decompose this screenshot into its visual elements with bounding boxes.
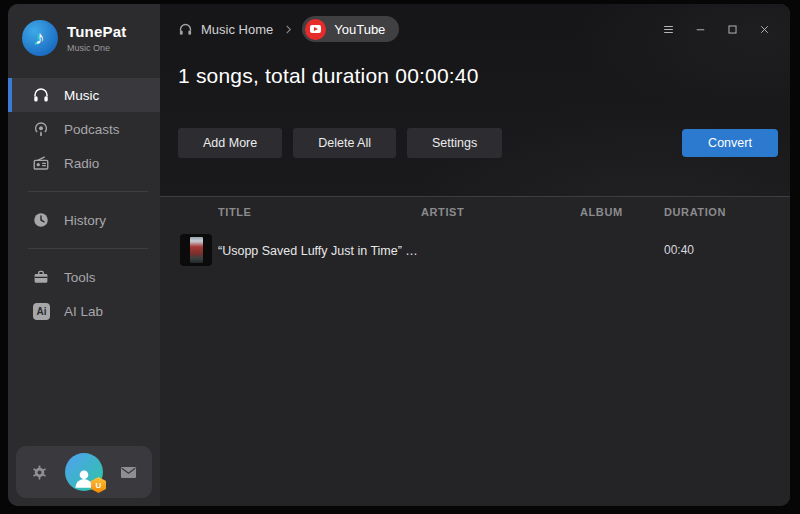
add-more-button[interactable]: Add More <box>178 128 282 158</box>
column-artist: ARTIST <box>421 206 580 218</box>
messages-mail-icon[interactable] <box>119 463 138 482</box>
sidebar-item-label: Podcasts <box>64 122 120 137</box>
ai-icon: Ai <box>33 303 50 320</box>
song-title: “Usopp Saved Luffy Just in Time” 😳🔥 ... <box>218 243 421 258</box>
user-account-button[interactable]: U <box>65 453 103 491</box>
sidebar-item-radio[interactable]: Radio <box>8 146 160 180</box>
delete-all-button[interactable]: Delete All <box>293 128 396 158</box>
radio-icon <box>32 154 50 172</box>
app-window: ♪ TunePat Music One Music <box>8 4 790 506</box>
song-list: TITLE ARTIST ALBUM DURATION “Usopp Saved… <box>160 196 790 506</box>
sidebar-item-music[interactable]: Music <box>8 78 160 112</box>
column-duration: DURATION <box>664 206 778 218</box>
header-section: Music Home YouTube <box>160 4 790 196</box>
source-label: YouTube <box>334 22 385 37</box>
menu-icon[interactable] <box>656 17 680 41</box>
sidebar-item-label: Radio <box>64 156 99 171</box>
sidebar-footer: U <box>16 446 152 498</box>
sidebar-divider <box>28 248 148 249</box>
chevron-right-icon <box>283 24 294 35</box>
convert-button[interactable]: Convert <box>682 129 778 157</box>
playlist-summary: 1 songs, total duration 00:00:40 <box>178 64 790 88</box>
column-title: TITLE <box>178 206 421 218</box>
clock-icon <box>32 211 50 229</box>
app-edition: Music One <box>67 43 126 53</box>
table-header: TITLE ARTIST ALBUM DURATION <box>178 197 778 227</box>
headphones-icon <box>32 86 50 104</box>
titlebar: Music Home YouTube <box>160 4 790 42</box>
breadcrumb-music-home[interactable]: Music Home <box>201 22 273 37</box>
sidebar-item-tools[interactable]: Tools <box>8 260 160 294</box>
sidebar-item-label: Music <box>64 88 99 103</box>
youtube-icon <box>305 19 326 40</box>
settings-button[interactable]: Settings <box>407 128 502 158</box>
column-album: ALBUM <box>580 206 664 218</box>
sidebar-item-history[interactable]: History <box>8 203 160 237</box>
toolbar: Add More Delete All Settings Convert <box>178 128 778 158</box>
settings-gear-icon[interactable] <box>30 463 49 482</box>
window-controls <box>656 17 776 41</box>
main-panel: Music Home YouTube <box>160 4 790 506</box>
app-name: TunePat <box>67 23 126 40</box>
table-row[interactable]: “Usopp Saved Luffy Just in Time” 😳🔥 ... … <box>178 229 778 271</box>
sidebar-item-podcasts[interactable]: Podcasts <box>8 112 160 146</box>
sidebar-item-label: AI Lab <box>64 304 103 319</box>
sidebar-nav: Music Podcasts Radio <box>8 78 160 328</box>
sidebar-item-label: History <box>64 213 106 228</box>
sidebar-divider <box>28 191 148 192</box>
sidebar-item-ai-lab[interactable]: Ai AI Lab <box>8 294 160 328</box>
maximize-icon[interactable] <box>720 17 744 41</box>
song-thumbnail <box>180 234 212 266</box>
song-duration: 00:40 <box>664 243 778 257</box>
podcast-icon <box>32 120 50 138</box>
sidebar-item-label: Tools <box>64 270 96 285</box>
minimize-icon[interactable] <box>688 17 712 41</box>
sidebar: ♪ TunePat Music One Music <box>8 4 160 506</box>
toolbox-icon <box>32 268 50 286</box>
app-logo: ♪ TunePat Music One <box>8 4 160 64</box>
headphones-icon <box>178 22 193 37</box>
close-icon[interactable] <box>752 17 776 41</box>
tunepat-logo-icon: ♪ <box>22 20 58 56</box>
source-pill-youtube[interactable]: YouTube <box>302 16 399 42</box>
